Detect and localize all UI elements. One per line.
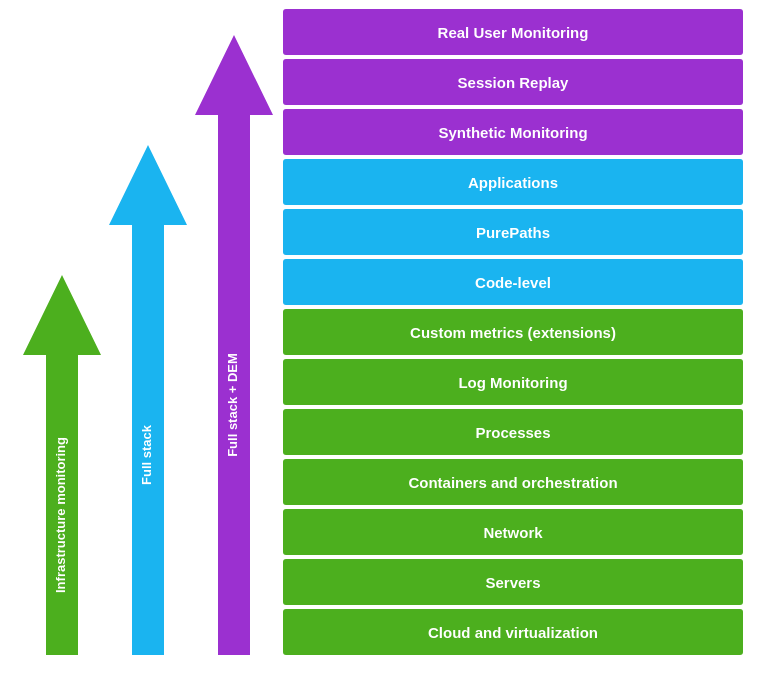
bar-label-processes: Processes — [475, 424, 550, 441]
arrow-infrastructure: Infrastructure monitoring — [23, 275, 101, 655]
svg-marker-1 — [109, 145, 187, 655]
bar-label-session-replay: Session Replay — [458, 74, 569, 91]
bar-label-servers: Servers — [485, 574, 540, 591]
bar-label-code-level: Code-level — [475, 274, 551, 291]
full-stack-dem-arrow-svg: Full stack + DEM — [195, 35, 273, 655]
bar-network: Network — [283, 509, 743, 555]
bar-label-custom-metrics: Custom metrics (extensions) — [410, 324, 616, 341]
bar-label-containers: Containers and orchestration — [408, 474, 617, 491]
bars-group: Real User Monitoring Session Replay Synt… — [283, 9, 743, 655]
bar-label-purepaths: PurePaths — [476, 224, 550, 241]
full-stack-dem-label: Full stack + DEM — [225, 353, 240, 457]
arrows-group: Infrastructure monitoring Full stack Ful… — [23, 35, 273, 655]
bar-custom-metrics: Custom metrics (extensions) — [283, 309, 743, 355]
bar-synthetic-monitoring: Synthetic Monitoring — [283, 109, 743, 155]
infrastructure-arrow-svg: Infrastructure monitoring — [23, 275, 101, 655]
bar-servers: Servers — [283, 559, 743, 605]
bar-log-monitoring: Log Monitoring — [283, 359, 743, 405]
bar-label-cloud-virtualization: Cloud and virtualization — [428, 624, 598, 641]
arrow-full-stack-dem: Full stack + DEM — [195, 35, 273, 655]
bar-processes: Processes — [283, 409, 743, 455]
infrastructure-label: Infrastructure monitoring — [53, 437, 68, 593]
full-stack-arrow-svg: Full stack — [109, 145, 187, 655]
bar-label-network: Network — [483, 524, 542, 541]
bar-label-applications: Applications — [468, 174, 558, 191]
bar-cloud-virtualization: Cloud and virtualization — [283, 609, 743, 655]
bar-containers: Containers and orchestration — [283, 459, 743, 505]
bar-purepaths: PurePaths — [283, 209, 743, 255]
bar-applications: Applications — [283, 159, 743, 205]
diagram: Infrastructure monitoring Full stack Ful… — [13, 15, 753, 685]
bar-label-real-user-monitoring: Real User Monitoring — [438, 24, 589, 41]
bar-label-synthetic-monitoring: Synthetic Monitoring — [438, 124, 587, 141]
svg-marker-2 — [195, 35, 273, 655]
arrow-full-stack: Full stack — [109, 145, 187, 655]
full-stack-label: Full stack — [139, 424, 154, 485]
bar-session-replay: Session Replay — [283, 59, 743, 105]
bar-code-level: Code-level — [283, 259, 743, 305]
bar-label-log-monitoring: Log Monitoring — [458, 374, 567, 391]
bar-real-user-monitoring: Real User Monitoring — [283, 9, 743, 55]
